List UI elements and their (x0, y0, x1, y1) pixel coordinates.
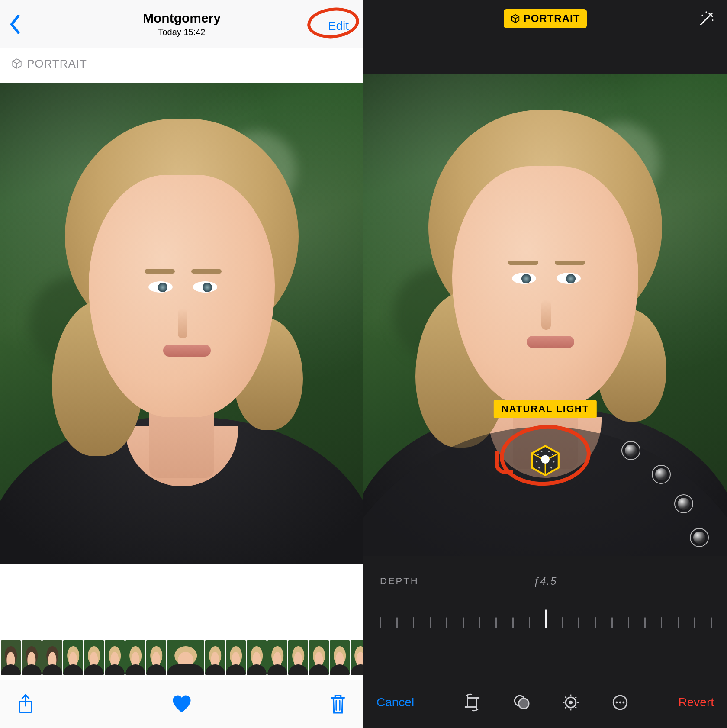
photo-datetime: Today 15:42 (143, 27, 221, 37)
photos-viewer-pane: Montgomery Today 15:42 Edit PORTRAIT (0, 0, 364, 728)
lighting-option[interactable] (674, 494, 693, 513)
thumbnail[interactable] (226, 640, 246, 675)
svg-point-6 (541, 451, 543, 452)
edit-button[interactable]: Edit (328, 19, 349, 33)
viewer-header: Montgomery Today 15:42 Edit (0, 0, 364, 48)
thumbnail-scrubber[interactable] (0, 639, 364, 676)
thumbnail[interactable] (309, 640, 329, 675)
thumbnail[interactable] (42, 640, 62, 675)
thumbnail[interactable] (205, 640, 225, 675)
svg-point-1 (702, 15, 703, 16)
svg-line-23 (576, 707, 577, 709)
thumbnail[interactable] (63, 640, 83, 675)
aperture-value: ƒ4.5 (534, 575, 557, 587)
svg-point-11 (538, 467, 540, 469)
photo-preview[interactable] (0, 83, 364, 564)
depth-label: DEPTH (380, 576, 419, 587)
more-icon[interactable] (611, 693, 629, 712)
svg-point-7 (548, 451, 550, 452)
portrait-lighting-dial[interactable]: NATURAL LIGHT (364, 400, 727, 556)
portrait-mode-indicator: PORTRAIT (0, 48, 364, 79)
trash-icon[interactable] (330, 694, 346, 715)
svg-point-27 (616, 702, 618, 704)
photo-editor-pane: PORTRAIT NATURAL LIGHT (364, 0, 727, 728)
thumbnail[interactable] (247, 640, 267, 675)
portrait-label: PORTRAIT (27, 57, 87, 71)
svg-point-17 (569, 701, 573, 704)
svg-line-25 (576, 697, 577, 698)
svg-rect-13 (468, 698, 477, 707)
thumbnail[interactable] (125, 640, 145, 675)
editor-photo-preview[interactable]: NATURAL LIGHT (364, 74, 727, 556)
adjust-icon[interactable] (562, 693, 580, 712)
crop-rotate-icon[interactable] (463, 693, 481, 712)
thumbnail[interactable] (267, 640, 287, 675)
lighting-cube-selected[interactable] (524, 439, 567, 482)
thumbnail[interactable] (330, 640, 350, 675)
lighting-option[interactable] (652, 465, 671, 484)
thumbnail[interactable] (288, 640, 308, 675)
svg-point-10 (553, 461, 555, 463)
svg-point-12 (550, 467, 552, 469)
portrait-badge-label: PORTRAIT (524, 13, 580, 25)
svg-point-29 (623, 702, 625, 704)
svg-point-4 (541, 455, 550, 464)
share-icon[interactable] (17, 694, 34, 715)
auto-enhance-wand-icon[interactable] (698, 10, 715, 28)
album-title: Montgomery (143, 11, 221, 26)
svg-point-3 (705, 11, 707, 13)
revert-button[interactable]: Revert (679, 696, 714, 709)
editor-header: PORTRAIT (364, 0, 727, 37)
lighting-option[interactable] (621, 441, 640, 460)
thumbnail[interactable] (146, 640, 166, 675)
viewer-toolbar (0, 680, 364, 728)
thumbnail[interactable] (351, 640, 364, 675)
svg-point-5 (537, 454, 539, 455)
thumbnail[interactable] (22, 640, 42, 675)
svg-line-24 (565, 707, 566, 709)
portrait-lighting-cube-icon (527, 442, 563, 479)
svg-point-28 (619, 702, 621, 704)
favorite-heart-icon[interactable] (171, 695, 192, 714)
thumbnail[interactable] (105, 640, 125, 675)
svg-point-2 (712, 19, 713, 21)
filters-icon[interactable] (512, 693, 531, 712)
thumbnail[interactable] (1, 640, 21, 675)
depth-slider[interactable] (380, 600, 711, 637)
lighting-mode-label: NATURAL LIGHT (494, 400, 597, 418)
thumbnail-current[interactable] (167, 640, 204, 675)
cancel-button[interactable]: Cancel (376, 696, 414, 709)
svg-line-22 (565, 697, 566, 698)
portrait-mode-toggle[interactable]: PORTRAIT (504, 9, 587, 28)
svg-point-9 (536, 461, 538, 463)
lighting-option[interactable] (690, 528, 709, 547)
svg-point-8 (552, 454, 553, 455)
back-button[interactable] (10, 15, 22, 34)
svg-point-15 (519, 699, 529, 709)
cube-icon (11, 58, 23, 69)
thumbnail[interactable] (84, 640, 104, 675)
editor-controls: DEPTH ƒ4.5 Cancel (364, 560, 727, 728)
